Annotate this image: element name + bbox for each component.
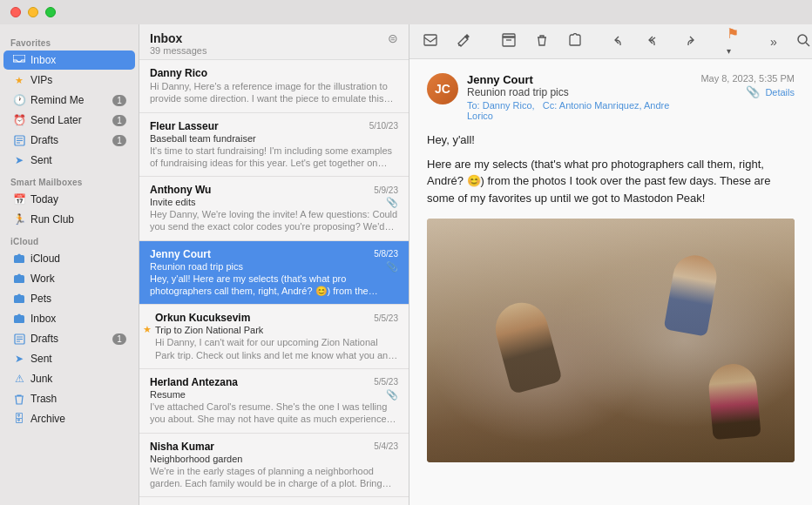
- msg-preview: Hi Danny, I can't wait for our upcoming …: [155, 336, 398, 361]
- sidebar-item-icloud-sent[interactable]: ➤ Sent: [3, 349, 135, 368]
- sidebar-archive-label: Archive: [30, 413, 126, 425]
- email-attachment-icon: 📎: [746, 85, 760, 98]
- msg-subject: Reunion road trip pics: [150, 261, 243, 272]
- sidebar-remind-label: Remind Me: [30, 94, 108, 106]
- cc-label: Cc:: [543, 100, 558, 111]
- new-message-button[interactable]: [420, 31, 441, 52]
- msg-date: 5/4/23: [374, 441, 398, 451]
- sidebar-item-icloud-drafts[interactable]: Drafts 1: [3, 329, 135, 348]
- list-item[interactable]: ★ Orkun Kucuksevim 5/5/23 Trip to Zion N…: [139, 305, 409, 369]
- msg-date: 5/10/23: [369, 121, 398, 131]
- sidebar-item-icloud[interactable]: iCloud: [3, 249, 135, 268]
- sidebar-item-vips[interactable]: ★ VIPs: [3, 71, 135, 90]
- title-bar: [0, 0, 812, 24]
- move-button[interactable]: [565, 31, 585, 52]
- sidebar-junk-label: Junk: [30, 373, 126, 385]
- sidebar-item-inbox[interactable]: Inbox: [3, 50, 135, 70]
- today-icon: 📅: [12, 192, 26, 206]
- list-item[interactable]: Nisha Kumar 5/4/23 Neighborhood garden W…: [139, 434, 409, 498]
- sidebar: Favorites Inbox ★ VIPs 🕐 Remind Me 1 ⏰ S…: [0, 24, 139, 505]
- msg-date: 5/8/23: [374, 249, 398, 259]
- msg-subject: Baseball team fundraiser: [150, 133, 256, 144]
- sidebar-item-pets[interactable]: Pets: [3, 289, 135, 308]
- list-item[interactable]: Xiaomeng Zhong 5/3/23 Park Photos 📎 Hi D…: [139, 497, 409, 505]
- msg-subject: Neighborhood garden: [150, 454, 242, 464]
- messages-container: Danny Rico Hi Danny, Here's a reference …: [139, 60, 409, 505]
- msg-subject: Invite edits: [150, 197, 196, 207]
- msg-date: 5/9/23: [374, 185, 398, 195]
- list-item[interactable]: Herland Antezana 5/5/23 Resume 📎 I've at…: [139, 369, 409, 434]
- sidebar-inbox-label: Inbox: [30, 54, 126, 66]
- list-item[interactable]: Danny Rico Hi Danny, Here's a reference …: [139, 60, 409, 113]
- sidebar-item-trash[interactable]: Trash: [3, 389, 135, 408]
- detail-pane: ⚑ ▾ » JC Jenny Court Reunion road trip p…: [409, 24, 812, 505]
- msg-sender: Orkun Kucuksevim: [155, 312, 370, 324]
- msg-date: 5/5/23: [374, 313, 398, 323]
- email-subject-line: Reunion road trip pics: [467, 86, 692, 98]
- compose-button[interactable]: [453, 31, 474, 52]
- email-body: Hey, y'all! Here are my selects (that's …: [427, 131, 795, 206]
- email-body-text: Here are my selects (that's what pro pho…: [427, 156, 795, 207]
- sidebar-item-send-later[interactable]: ⏰ Send Later 1: [3, 111, 135, 130]
- folder-drafts-icon: [12, 332, 26, 346]
- sidebar-item-today[interactable]: 📅 Today: [3, 190, 135, 209]
- sidebar-icloud-sent-label: Sent: [30, 353, 126, 365]
- sidebar-item-archive[interactable]: 🗄 Archive: [3, 409, 135, 428]
- msg-preview: I've attached Carol's resume. She's the …: [150, 401, 398, 426]
- sent-icon: ➤: [12, 153, 26, 167]
- msg-subject: Resume: [150, 389, 186, 400]
- folder-inbox-icon: [12, 312, 26, 326]
- avatar: JC: [427, 73, 458, 104]
- details-link[interactable]: Details: [765, 87, 795, 98]
- sidebar-sent-label: Sent: [30, 154, 126, 166]
- sidebar-item-drafts[interactable]: Drafts 1: [3, 131, 135, 150]
- search-button[interactable]: [793, 31, 812, 52]
- list-item[interactable]: Anthony Wu 5/9/23 Invite edits 📎 Hey Dan…: [139, 177, 409, 241]
- svg-rect-5: [503, 37, 515, 46]
- sidebar-item-run-club[interactable]: 🏃 Run Club: [3, 210, 135, 229]
- msg-preview: Hey, y'all! Here are my selects (that's …: [150, 273, 398, 298]
- delete-button[interactable]: [531, 31, 552, 52]
- more-button[interactable]: »: [767, 33, 781, 50]
- close-button[interactable]: [10, 7, 21, 17]
- sidebar-item-sent[interactable]: ➤ Sent: [3, 151, 135, 170]
- message-list-count: 39 messages: [150, 45, 206, 56]
- sidebar-item-remind-me[interactable]: 🕐 Remind Me 1: [3, 91, 135, 110]
- to-name: Danny Rico,: [483, 100, 535, 111]
- email-to-line: To: Danny Rico, Cc: Antonio Manriquez, A…: [467, 100, 692, 121]
- msg-sender: Fleur Lasseur: [150, 120, 366, 132]
- sidebar-today-label: Today: [30, 193, 126, 205]
- sidebar-run-club-label: Run Club: [30, 213, 126, 226]
- sidebar-item-junk[interactable]: ⚠ Junk: [3, 369, 135, 388]
- email-sender-name: Jenny Court: [467, 73, 692, 86]
- sidebar-item-icloud-inbox[interactable]: Inbox: [3, 309, 135, 328]
- sidebar-trash-label: Trash: [30, 393, 126, 405]
- list-item[interactable]: Jenny Court 5/8/23 Reunion road trip pic…: [139, 241, 409, 306]
- flag-button[interactable]: ⚑ ▾: [723, 24, 742, 59]
- msg-sender: Jenny Court: [150, 248, 370, 260]
- to-label: To:: [467, 100, 480, 111]
- star-icon: ★: [143, 324, 152, 335]
- minimize-button[interactable]: [28, 7, 38, 17]
- attachment-icon: 📎: [386, 197, 398, 208]
- message-list-header: Inbox 39 messages ⊜: [139, 24, 409, 60]
- archive-button[interactable]: [498, 31, 519, 52]
- message-list-title: Inbox: [150, 31, 206, 45]
- msg-date: 5/5/23: [374, 377, 398, 387]
- msg-preview: We're in the early stages of planning a …: [150, 465, 398, 490]
- inbox-icon: [12, 53, 26, 67]
- svg-rect-6: [503, 34, 515, 37]
- forward-button[interactable]: [678, 31, 699, 52]
- svg-line-9: [806, 43, 809, 46]
- msg-sender: Anthony Wu: [150, 184, 370, 196]
- reply-button[interactable]: [610, 31, 631, 52]
- remind-badge: 1: [112, 95, 126, 106]
- drafts-badge: 1: [112, 135, 126, 146]
- sidebar-item-work[interactable]: Work: [3, 269, 135, 288]
- sidebar-send-later-label: Send Later: [30, 114, 108, 126]
- filter-icon[interactable]: ⊜: [388, 31, 398, 45]
- send-later-icon: ⏰: [12, 113, 26, 127]
- reply-all-button[interactable]: [643, 31, 666, 52]
- maximize-button[interactable]: [45, 7, 56, 17]
- list-item[interactable]: Fleur Lasseur 5/10/23 Baseball team fund…: [139, 113, 409, 178]
